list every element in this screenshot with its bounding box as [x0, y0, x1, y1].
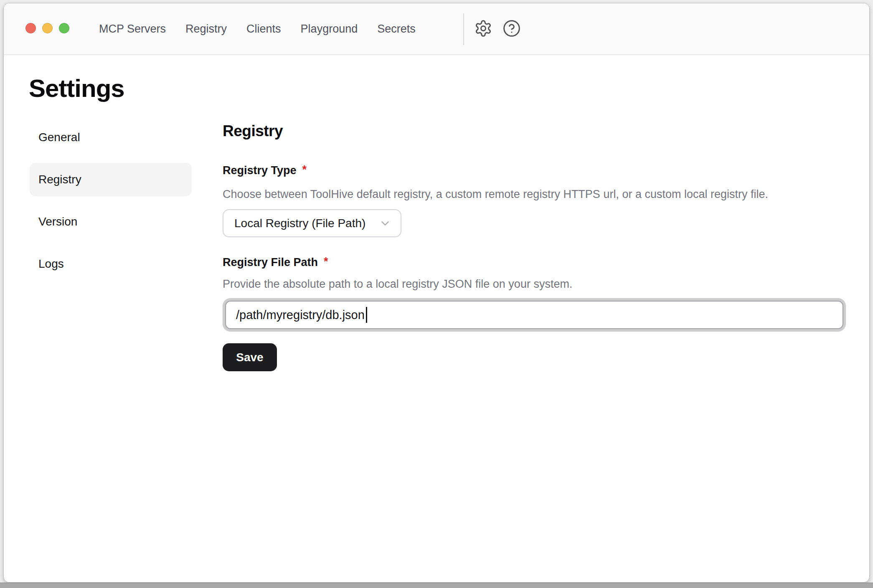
registry-type-description: Choose between ToolHive default registry…	[223, 188, 846, 201]
sidebar-item-version[interactable]: Version	[30, 205, 192, 238]
close-window-button[interactable]	[25, 23, 36, 33]
registry-file-path-description: Provide the absolute path to a local reg…	[223, 277, 846, 291]
registry-file-path-input[interactable]: /path/myregistry/db.json	[225, 301, 843, 329]
registry-type-label: Registry Type	[223, 164, 297, 177]
top-navigation: MCP Servers Registry Clients Playground …	[99, 3, 416, 54]
registry-type-selected-value: Local Registry (File Path)	[234, 217, 365, 230]
app-window: MCP Servers Registry Clients Playground …	[3, 3, 870, 583]
nav-item-registry[interactable]: Registry	[185, 23, 227, 35]
registry-type-label-row: Registry Type *	[223, 164, 846, 177]
required-marker: *	[324, 255, 328, 268]
sidebar-item-label: General	[38, 131, 80, 144]
desktop-background-strip	[0, 583, 873, 588]
nav-item-clients[interactable]: Clients	[246, 23, 281, 35]
chevron-down-icon	[379, 217, 391, 230]
sidebar-item-label: Logs	[38, 257, 64, 271]
nav-item-playground[interactable]: Playground	[301, 23, 358, 35]
registry-settings-panel: Registry Registry Type * Choose between …	[223, 122, 846, 371]
titlebar-divider	[463, 13, 464, 45]
registry-file-path-label-row: Registry File Path *	[223, 256, 846, 269]
save-button[interactable]: Save	[223, 343, 277, 371]
settings-sidebar: General Registry Version Logs	[30, 121, 192, 289]
registry-file-path-value: /path/myregistry/db.json	[236, 308, 365, 322]
text-caret	[366, 307, 367, 323]
help-icon	[502, 19, 521, 38]
panel-heading: Registry	[223, 122, 846, 140]
settings-button[interactable]	[474, 19, 492, 38]
nav-item-secrets[interactable]: Secrets	[377, 23, 416, 35]
minimize-window-button[interactable]	[42, 23, 53, 33]
nav-item-mcp-servers[interactable]: MCP Servers	[99, 23, 166, 35]
traffic-lights	[25, 23, 69, 33]
registry-file-path-label: Registry File Path	[223, 256, 318, 269]
sidebar-item-label: Version	[38, 215, 77, 228]
page-title: Settings	[29, 74, 124, 104]
sidebar-item-label: Registry	[38, 173, 81, 186]
sidebar-item-general[interactable]: General	[30, 121, 192, 154]
zoom-window-button[interactable]	[59, 23, 69, 33]
registry-file-path-focus-ring: /path/myregistry/db.json	[223, 298, 846, 332]
titlebar: MCP Servers Registry Clients Playground …	[4, 3, 869, 55]
required-marker: *	[302, 163, 307, 176]
registry-type-select[interactable]: Local Registry (File Path)	[223, 209, 401, 237]
gear-icon	[474, 19, 492, 38]
sidebar-item-registry[interactable]: Registry	[30, 163, 192, 196]
save-button-label: Save	[236, 351, 263, 364]
help-button[interactable]	[502, 19, 521, 38]
sidebar-item-logs[interactable]: Logs	[30, 247, 192, 281]
